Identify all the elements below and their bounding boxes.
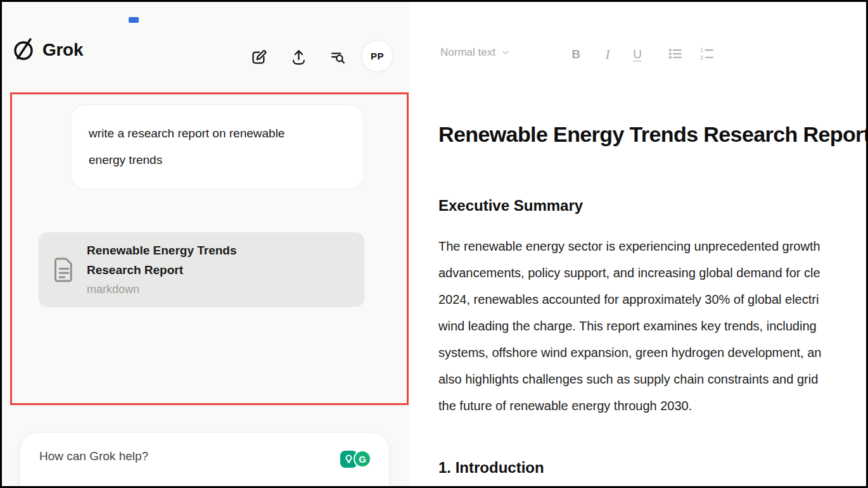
paragraph-line: The renewable energy sector is experienc… [438, 233, 821, 260]
svg-text:1: 1 [700, 47, 703, 53]
app-window: { "colors": { "highlight_red": "#ee4540"… [0, 0, 868, 488]
chat-panel: Grok PP write a research report on renew… [2, 2, 409, 486]
brand-header: Grok [11, 37, 83, 63]
bold-button[interactable]: B [564, 42, 588, 66]
bullet-list-icon [667, 45, 684, 63]
share-button[interactable] [286, 45, 310, 69]
compose-icon [250, 49, 267, 66]
search-chats-icon [329, 49, 346, 66]
new-chat-button[interactable] [246, 45, 271, 69]
upload-icon [290, 49, 307, 66]
italic-label: I [606, 47, 610, 62]
bullet-list-button[interactable] [667, 45, 684, 65]
paragraph-line: advancements, policy support, and increa… [438, 260, 821, 286]
file-card-subtitle: markdown [87, 280, 284, 299]
search-chats-button[interactable] [325, 45, 349, 69]
file-card-title: Renewable Energy Trends Research Report [87, 241, 284, 280]
grammarly-letter: G [359, 454, 366, 465]
heading-introduction: 1. Introduction [438, 459, 544, 477]
italic-button[interactable]: I [596, 42, 620, 66]
paragraph-line: also highlights challenges such as suppl… [438, 366, 821, 392]
user-message-text: write a research report on renewable ene… [89, 120, 312, 173]
composer-extension-icons: G [340, 450, 371, 468]
underline-label: U [633, 47, 642, 61]
svg-text:2: 2 [700, 54, 703, 61]
underline-button[interactable]: U [625, 42, 649, 66]
paragraph-line: 2024, renewables accounted for approxima… [438, 286, 821, 313]
executive-summary-paragraph: The renewable energy sector is experienc… [438, 233, 821, 419]
lightbulb-icon [344, 454, 354, 464]
editor-toolbar: Normal text B I U 1 2 [409, 40, 868, 73]
text-style-selector[interactable]: Normal text [440, 46, 511, 59]
grok-logo-icon [11, 37, 36, 63]
chat-input[interactable] [39, 449, 340, 463]
brand-name: Grok [42, 40, 83, 60]
user-avatar[interactable]: PP [361, 40, 393, 72]
paragraph-line: wind leading the charge. This report exa… [438, 313, 821, 339]
numbered-list-icon: 1 2 [698, 45, 716, 63]
chevron-down-icon [501, 47, 511, 58]
chat-composer: G [20, 432, 390, 488]
grammarly-icon[interactable]: G [354, 450, 371, 468]
user-message-bubble: write a research report on renewable ene… [70, 104, 364, 189]
paragraph-line: systems, offshore wind expansion, green … [438, 339, 821, 366]
document-icon [53, 256, 75, 283]
bold-label: B [571, 47, 580, 61]
avatar-initials: PP [371, 51, 384, 61]
text-style-value: Normal text [440, 46, 495, 59]
file-card-meta: Renewable Energy Trends Research Report … [87, 241, 284, 299]
paragraph-line: the future of renewable energy through 2… [438, 392, 821, 419]
artifact-file-card[interactable]: Renewable Energy Trends Research Report … [39, 232, 364, 307]
numbered-list-button[interactable]: 1 2 [698, 45, 716, 65]
editor-panel: Normal text B I U 1 2 [409, 2, 868, 486]
document-title: Renewable Energy Trends Research Report [438, 122, 868, 147]
heading-executive-summary: Executive Summary [438, 197, 583, 215]
blue-marker-artifact [129, 17, 139, 23]
